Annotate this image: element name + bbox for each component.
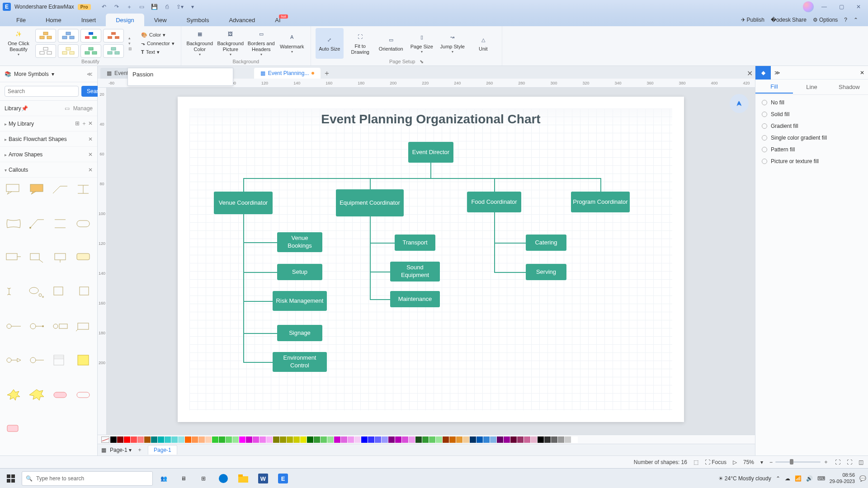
color-swatch[interactable] — [449, 436, 456, 443]
color-swatch[interactable] — [490, 436, 496, 443]
taskbar-app[interactable]: 👥 — [155, 470, 173, 487]
callout-shape[interactable] — [51, 353, 69, 367]
color-swatch[interactable] — [388, 436, 395, 443]
gallery-more[interactable]: ⊞ — [128, 47, 132, 51]
org-node[interactable]: Environment Control — [273, 352, 327, 372]
color-swatch[interactable] — [124, 436, 130, 443]
qat-more[interactable]: ▾ — [188, 2, 198, 12]
color-swatch[interactable] — [198, 436, 205, 443]
add-tab-button[interactable]: ＋ — [321, 68, 332, 79]
style-swatch[interactable] — [58, 29, 79, 42]
borders-headers-button[interactable]: ▭Borders and Headers — [247, 28, 275, 59]
callout-shape[interactable] — [28, 182, 46, 197]
language-icon[interactable]: ⌨ — [817, 475, 825, 482]
color-swatch[interactable] — [395, 436, 401, 443]
expand-panel-button[interactable]: ≫ — [774, 70, 780, 76]
export-button[interactable]: ⇪▾ — [175, 2, 185, 12]
color-swatch[interactable] — [307, 436, 313, 443]
style-swatch[interactable] — [103, 29, 124, 42]
callout-shape[interactable] — [51, 319, 69, 333]
style-swatch[interactable] — [103, 44, 124, 58]
tab-shadow[interactable]: Shadow — [830, 81, 868, 93]
style-swatch[interactable] — [80, 44, 101, 58]
publish-button[interactable]: ✈ Publish — [741, 17, 764, 23]
callout-shape[interactable] — [5, 250, 23, 265]
wifi-icon[interactable]: 📶 — [795, 475, 802, 482]
color-swatch[interactable] — [280, 436, 286, 443]
canvas-viewport[interactable]: ⮝ Event Planning Organizational Chart Ev… — [107, 88, 755, 435]
color-swatch[interactable] — [185, 436, 191, 443]
color-swatch[interactable] — [259, 436, 266, 443]
options-button[interactable]: ⚙ Options — [813, 17, 838, 23]
gallery-up[interactable]: ▴ — [128, 36, 132, 40]
library-row[interactable]: Library 📌 ▭ Manage — [0, 101, 97, 116]
add-page-button[interactable]: ＋ — [135, 446, 144, 455]
color-swatch[interactable] — [219, 436, 225, 443]
callout-shape[interactable] — [5, 216, 23, 231]
color-swatch[interactable] — [429, 436, 435, 443]
color-swatch[interactable] — [565, 436, 571, 443]
task-view-button[interactable]: ⊞ — [194, 470, 212, 487]
callout-shape[interactable] — [51, 387, 69, 402]
style-swatch[interactable] — [35, 44, 56, 58]
color-swatch[interactable] — [402, 436, 408, 443]
page-size-button[interactable]: ▯Page Size — [408, 28, 436, 59]
color-swatch[interactable] — [361, 436, 368, 443]
color-swatch[interactable] — [212, 436, 218, 443]
weather-widget[interactable]: ☀ 24°C Mostly cloudy — [718, 475, 771, 482]
volume-icon[interactable]: 🔊 — [806, 475, 813, 482]
color-swatch[interactable] — [436, 436, 442, 443]
auto-size-button[interactable]: ⤢Auto Size — [316, 28, 344, 59]
taskbar-app[interactable]: 🖥 — [175, 470, 193, 487]
rename-input[interactable]: Passion — [127, 68, 233, 86]
color-swatch[interactable] — [470, 436, 476, 443]
fill-option-none[interactable]: No fill — [762, 99, 862, 106]
gallery-down[interactable]: ▾ — [128, 41, 132, 46]
page-tab-active[interactable]: Page-1 — [148, 445, 177, 455]
section-basic-flowchart[interactable]: Basic Flowchart Shapes✕ — [0, 131, 97, 147]
color-swatch[interactable] — [368, 436, 374, 443]
callout-shape[interactable] — [74, 319, 92, 333]
color-swatch[interactable] — [538, 436, 544, 443]
callout-shape[interactable] — [5, 285, 23, 299]
layers-icon[interactable]: ⬚ — [693, 459, 698, 465]
zoom-in-button[interactable]: ＋ — [823, 458, 829, 466]
org-node[interactable]: Serving — [526, 264, 566, 280]
split-view-button[interactable]: ◫ — [859, 459, 863, 465]
callout-shape[interactable] — [5, 421, 23, 436]
watermark-button[interactable]: AWatermark — [278, 28, 306, 59]
fit-to-drawing-button[interactable]: ⛶Fit to Drawing — [346, 28, 374, 59]
menu-advanced[interactable]: Advanced — [219, 14, 265, 26]
fit-page-button[interactable]: ⛶ — [835, 459, 840, 465]
org-node[interactable]: Sound Equipment — [390, 262, 440, 282]
share-button[interactable]: �odesk Share — [771, 17, 807, 23]
page-dropdown[interactable]: Page-1 ▾ — [110, 447, 132, 453]
jump-style-button[interactable]: ↝Jump Style — [439, 28, 467, 59]
color-swatch[interactable] — [131, 436, 137, 443]
color-swatch[interactable] — [151, 436, 157, 443]
page[interactable]: Event Planning Organizational Chart Even… — [178, 97, 684, 422]
symbol-search-input[interactable] — [5, 86, 79, 97]
org-node[interactable]: Catering — [526, 235, 566, 251]
color-swatch[interactable] — [422, 436, 429, 443]
color-swatch[interactable] — [253, 436, 259, 443]
focus-button[interactable]: ⛶ Focus — [705, 459, 726, 465]
style-swatch[interactable] — [35, 29, 56, 42]
org-node[interactable]: Venue Bookings — [277, 232, 322, 252]
style-swatch[interactable] — [80, 29, 101, 42]
menu-symbols[interactable]: Symbols — [177, 14, 219, 26]
org-node-root[interactable]: Event Director — [408, 142, 453, 163]
clock[interactable]: 08:56 29-09-2023 — [830, 472, 855, 484]
color-swatch[interactable] — [504, 436, 510, 443]
open-button[interactable]: ▭ — [137, 2, 147, 12]
text-dropdown[interactable]: T Text ▾ — [139, 48, 176, 56]
undo-button[interactable]: ↶ — [99, 2, 109, 12]
color-swatch[interactable] — [226, 436, 232, 443]
org-node[interactable]: Equipment Coordinator — [336, 189, 404, 216]
menu-insert[interactable]: Insert — [71, 14, 106, 26]
doc-tab-active[interactable]: ▦ Event Planning... — [254, 68, 321, 79]
callout-shape[interactable] — [5, 319, 23, 333]
org-node[interactable]: Signage — [277, 325, 322, 341]
fullscreen-button[interactable]: ⛶ — [847, 459, 852, 465]
fill-option-picture[interactable]: Picture or texture fill — [762, 158, 862, 164]
